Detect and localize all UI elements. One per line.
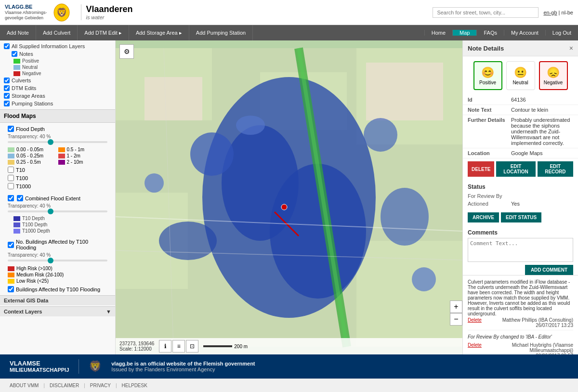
footer-text: vlagg.be is an official website of the F… <box>111 361 255 372</box>
nav-add-culvert[interactable]: Add Culvert <box>36 25 78 40</box>
combined-flood-checkbox2[interactable] <box>17 195 23 201</box>
t1000-label: T1000 <box>16 183 31 189</box>
map-settings-button[interactable]: ⚙ <box>119 44 134 59</box>
svg-point-15 <box>190 132 234 176</box>
t10-item: T10 <box>4 166 111 174</box>
pumping-stations-item: Pumping Stations <box>4 100 111 107</box>
status-title: Status <box>468 182 573 192</box>
comment-textarea[interactable] <box>468 238 573 262</box>
svg-point-19 <box>144 173 164 193</box>
all-layers-checkbox[interactable] <box>4 43 10 49</box>
t1000-checkbox[interactable] <box>8 183 14 189</box>
culverts-checkbox[interactable] <box>4 78 10 83</box>
comment-1: Culvert parameters modified in iFlow dat… <box>468 277 573 330</box>
svg-point-21 <box>236 116 265 135</box>
nav-logout[interactable]: Log Out <box>545 30 578 36</box>
nav-add-storage[interactable]: Add Storage Area ▸ <box>129 25 189 40</box>
combined-flood-checkbox[interactable] <box>8 195 14 201</box>
nav-account[interactable]: My Account <box>504 30 545 36</box>
nav-home[interactable]: Home <box>424 30 452 36</box>
footer-divider <box>79 359 79 374</box>
notes-label: Notes <box>19 51 33 57</box>
sidebar: All Supplied Information Layers Notes Po… <box>0 40 116 354</box>
dtm-checkbox[interactable] <box>4 85 10 91</box>
buildings-affected-checkbox[interactable] <box>8 286 14 292</box>
nav-map[interactable]: Map <box>452 30 476 36</box>
close-icon[interactable]: × <box>569 44 573 52</box>
notes-checkbox[interactable] <box>12 51 17 57</box>
dtm-edits-item: DTM Edits <box>4 84 111 92</box>
nav-add-pumping[interactable]: Add Pumping Station <box>189 25 253 40</box>
t1000-depth-item: T1000 Depth <box>4 228 111 234</box>
combined-flood-item: Combined Flood Extent <box>4 194 111 202</box>
header: VLAGG.BE Vlaamse Afstromings- gevoelige … <box>0 0 578 25</box>
lion-icon: 🦁 <box>52 3 71 22</box>
t100-checkbox[interactable] <box>8 175 14 181</box>
id-value: 64136 <box>511 97 573 103</box>
footer-helpdesk-link[interactable]: HELPDESK <box>122 383 147 388</box>
id-field: Id 64136 <box>463 95 578 105</box>
combined-transparency: Transparency: 40 % <box>4 202 111 209</box>
map-copy-button[interactable]: ⊡ <box>186 340 198 353</box>
comment-2-delete-link[interactable]: Delete <box>468 342 482 354</box>
positive-color <box>13 59 20 64</box>
map-zoom-controls: + − <box>450 301 462 326</box>
combined-slider[interactable] <box>4 210 111 215</box>
archive-button[interactable]: ARCHIVE <box>468 212 499 222</box>
map-list-button[interactable]: ≡ <box>172 340 185 353</box>
buildings-t100-affected-item: Buildings Affected by T100 Flooding <box>4 285 111 293</box>
delete-button[interactable]: DELETE <box>468 161 494 177</box>
external-gis-header[interactable]: External GIS Data <box>0 295 115 305</box>
add-comment-button[interactable]: ADD COMMENT <box>525 265 573 275</box>
pumping-checkbox[interactable] <box>4 101 10 106</box>
language-switcher: en-gb | nl-be <box>543 10 573 15</box>
nav-add-note[interactable]: Add Note <box>0 25 36 40</box>
edit-record-button[interactable]: EDIT RECORD <box>538 161 573 177</box>
note-text-field: Note Text Contour te klein <box>463 105 578 115</box>
flood-depth-slider[interactable] <box>4 141 111 146</box>
map-info-button[interactable]: ℹ <box>159 340 171 353</box>
edit-status-button[interactable]: EDIT STATUS <box>501 212 541 222</box>
edit-location-button[interactable]: EDIT LOCATION <box>496 161 535 177</box>
footer-privacy-link[interactable]: PRIVACY <box>90 383 111 388</box>
logo-title: VLAGG.BE <box>5 4 32 10</box>
lang-nl[interactable]: nl-be <box>562 10 573 15</box>
context-layers-header[interactable]: Context Layers ▼ <box>0 306 115 316</box>
vlaanderen-subtitle: is water <box>86 14 133 20</box>
footer-disclaimer-link[interactable]: DISCLAIMER <box>50 383 79 388</box>
zoom-out-button[interactable]: − <box>450 313 462 326</box>
nav-add-dtm[interactable]: Add DTM Edit ▸ <box>78 25 129 40</box>
storage-checkbox[interactable] <box>4 93 10 99</box>
lang-en[interactable]: en-gb <box>543 10 557 15</box>
flood-depth-checkbox[interactable] <box>8 126 14 132</box>
footer-lion-icon: 🦁 <box>89 360 102 373</box>
negative-sentiment-button[interactable]: 😞 Negative <box>539 61 568 90</box>
culverts-label: Culverts <box>12 78 31 83</box>
neutral-label: Neutral <box>22 65 38 70</box>
zoom-in-button[interactable]: + <box>450 301 462 313</box>
t100-item: T100 <box>4 174 111 182</box>
nav-faqs[interactable]: FAQs <box>476 30 504 36</box>
footer-about-link[interactable]: ABOUT VMM <box>10 383 39 388</box>
neutral-sentiment-button[interactable]: 😐 Neutral <box>506 61 535 90</box>
map-area[interactable]: ⚙ + − 237273, 193646 Scale: 1:12000 ℹ ≡ … <box>116 40 462 354</box>
combined-flood-label: Combined Flood Extent <box>25 196 80 201</box>
search-input[interactable] <box>433 7 539 18</box>
for-review-value <box>511 193 573 199</box>
svg-rect-8 <box>144 77 202 120</box>
footer-nav: ABOUT VMM | DISCLAIMER | PRIVACY | HELPD… <box>0 379 578 392</box>
note-text-value: Contour te klein <box>511 107 573 113</box>
buildings-t100-checkbox[interactable] <box>8 242 14 248</box>
comment-history: Culvert parameters modified in iFlow dat… <box>463 275 578 354</box>
comment-1-delete-link[interactable]: Delete <box>468 317 482 328</box>
actioned-value: Yes <box>511 201 573 207</box>
flood-depth-section: Flood Depth Transparency: 40 % 0.00 - 0.… <box>0 123 115 192</box>
buildings-slider[interactable] <box>4 260 111 264</box>
vlagg-logo: VLAGG.BE Vlaamse Afstromings- gevoelige … <box>5 4 47 21</box>
further-details-value: Probably underestimated because the siph… <box>511 117 573 146</box>
positive-sentiment-button[interactable]: 😊 Positive <box>473 61 502 90</box>
neutral-color <box>13 65 20 70</box>
status-section: Status For Review By Actioned Yes <box>463 180 578 209</box>
t10-checkbox[interactable] <box>8 167 14 173</box>
comments-title: Comments <box>468 227 573 238</box>
